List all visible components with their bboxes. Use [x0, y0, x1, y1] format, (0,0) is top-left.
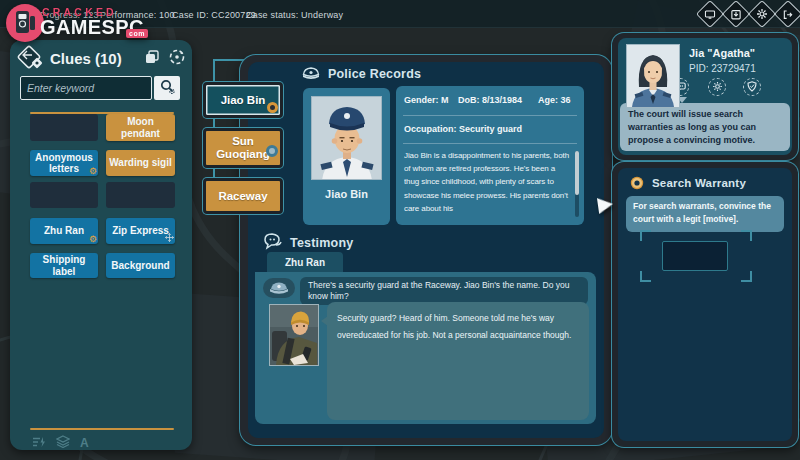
warranty-hint-box: For search warrants, convince the court … [626, 196, 784, 232]
testimony-title: Testimony [290, 236, 353, 250]
clues-title: Clues (10) [50, 50, 122, 67]
photo-caption: Jiao Bin [303, 188, 390, 200]
clue-slot-empty-3[interactable] [106, 182, 175, 208]
clues-divider-bottom [30, 428, 174, 430]
search-warranty-title: Search Warranty [652, 177, 746, 189]
clue-warding-sigil[interactable]: Warding sigil [106, 150, 175, 176]
suspect-photo-card: Jiao Bin [303, 88, 390, 225]
clues-footer-toolbar: A [32, 434, 89, 452]
compass-diamond-icon[interactable] [14, 42, 46, 78]
shield-action-button[interactable] [743, 78, 761, 96]
tab-jiao-bin[interactable]: Jiao Bin [203, 82, 283, 118]
font-a-icon[interactable]: A [80, 436, 89, 450]
gear-icon [712, 78, 723, 96]
mouse-cursor [597, 196, 614, 214]
copy-icon[interactable] [144, 49, 160, 69]
clue-label: Zhu Ran [44, 225, 84, 236]
layers-icon[interactable] [56, 434, 70, 452]
tab-raceway[interactable]: Raceway [203, 178, 283, 214]
exit-button[interactable] [774, 0, 800, 28]
case-status-stat: Case status: Underway [246, 10, 343, 20]
motive-drop-slot[interactable] [662, 241, 728, 271]
clue-label: Moon pendant [109, 116, 172, 138]
clue-label: Background [111, 260, 169, 271]
search-input[interactable] [20, 76, 152, 100]
settings-button[interactable] [748, 0, 776, 28]
tab-label: Raceway [218, 190, 267, 203]
detail-divider [403, 143, 577, 144]
case-id-stat: Case ID: CC200729 [172, 10, 256, 20]
blue-dot-icon [266, 145, 278, 157]
clue-background[interactable]: Background [106, 253, 175, 278]
assistant-pid: PID: 23729471 [689, 63, 756, 74]
bio-scrollbar-thumb[interactable] [575, 151, 579, 195]
clue-zhu-ran[interactable]: Zhu Ran ⚙ [30, 218, 98, 244]
gear-action-button[interactable] [708, 78, 726, 96]
clue-zip-express[interactable]: Zip Express [106, 218, 175, 244]
move-badge-icon [165, 233, 174, 244]
tab-label: Zhu Ran [285, 257, 325, 268]
orange-dot-icon [267, 102, 278, 113]
tab-label: Jiao Bin [221, 94, 266, 107]
search-icon [159, 78, 176, 99]
detective-hat-icon [263, 278, 295, 298]
gender-field: Gender: M [404, 95, 449, 105]
game-screen: Progress: 123 Performance: 100 Case ID: … [0, 0, 800, 460]
clue-shipping-label[interactable]: Shipping label [30, 253, 98, 278]
age-field: Age: 36 [538, 95, 571, 105]
testimony-answer-bubble: Security guard? Heard of him. Someone to… [327, 302, 589, 420]
dob-field: DoB: 8/13/1984 [458, 95, 522, 105]
warranty-hint-text: For search warrants, convince the court … [633, 201, 771, 224]
clue-slot-empty-1[interactable] [30, 114, 98, 141]
occupation-field: Occupation: Security guard [404, 124, 522, 134]
cracked-gamespc-watermark: CRACKED GAMESPC com [4, 1, 144, 45]
clue-label: Anonymous letters [33, 152, 95, 174]
gear-badge-icon: ⚙ [89, 235, 97, 244]
search-button[interactable] [154, 76, 180, 100]
clues-panel: Clues (10) Moon pendant Anonymous letter… [10, 40, 192, 450]
testimony-question-bubble: There's a security guard at the Raceway.… [300, 277, 588, 305]
message-text: There's a security guard at the Raceway.… [308, 280, 570, 301]
suspect-bio-text: Jiao Bin is a disappointment to his pare… [404, 149, 572, 219]
police-hat-icon [300, 66, 322, 85]
testimony-panel: There's a security guard at the Raceway.… [255, 272, 596, 424]
clue-label: Warding sigil [109, 157, 171, 168]
gear-badge-icon: ⚙ [89, 167, 97, 176]
dial-icon[interactable] [168, 48, 186, 70]
clue-label: Shipping label [33, 254, 95, 276]
gear-icon [756, 8, 768, 20]
exit-icon [783, 9, 794, 20]
warranty-ring-icon [629, 175, 645, 195]
save-icon [731, 9, 742, 20]
clue-anonymous-letters[interactable]: Anonymous letters ⚙ [30, 150, 98, 176]
clue-label: Zip Express [112, 225, 169, 236]
assistant-tip-text: The court will issue search warranties a… [628, 109, 756, 145]
logo-com-badge: com [126, 29, 148, 38]
clue-moon-pendant[interactable]: Moon pendant [106, 114, 175, 141]
save-button[interactable] [722, 0, 750, 28]
message-text: Security guard? Heard of him. Someone to… [337, 313, 571, 340]
bio-scrollbar [575, 151, 579, 217]
testimony-tab-zhu-ran[interactable]: Zhu Ran [267, 252, 343, 272]
detail-divider [403, 115, 577, 116]
assistant-tip-box: The court will issue search warranties a… [620, 103, 790, 151]
police-records-title: Police Records [328, 67, 421, 81]
clue-slot-empty-2[interactable] [30, 182, 98, 208]
suspect-details-card: Gender: M DoB: 8/13/1984 Age: 36 Occupat… [396, 86, 584, 225]
monitor-button[interactable] [696, 0, 724, 28]
assistant-name: Jia "Agatha" [689, 47, 755, 59]
monitor-icon [705, 9, 716, 20]
tab-sun-guoqiang[interactable]: Sun Guoqiang [203, 128, 283, 168]
zhu-ran-photo [269, 304, 319, 366]
agatha-portrait [626, 44, 680, 108]
jiao-bin-photo [311, 96, 382, 180]
gamespc-logo-icon [6, 4, 44, 42]
shield-icon [747, 78, 757, 96]
sort-flash-icon[interactable] [32, 434, 46, 452]
